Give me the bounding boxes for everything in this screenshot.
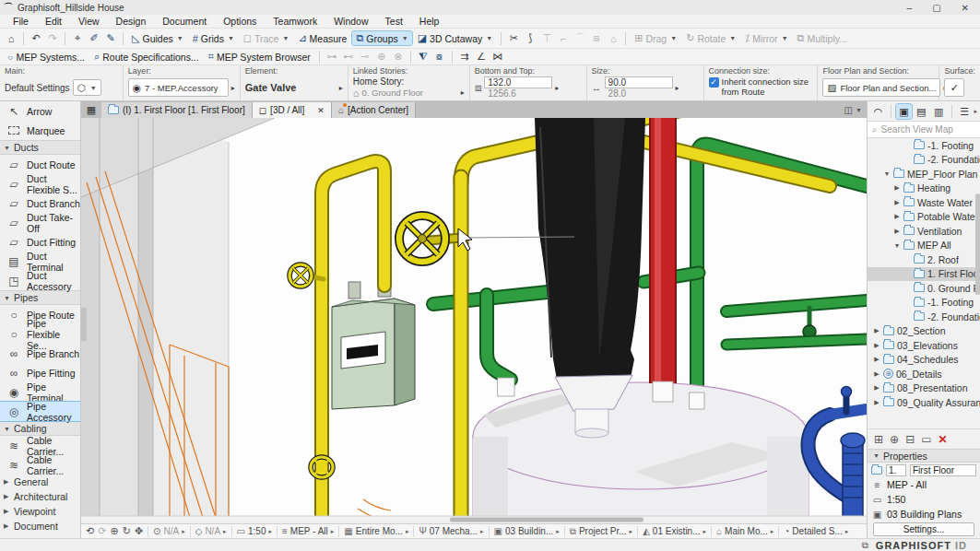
mep-takeoff-icon[interactable]: ⊕ xyxy=(374,51,389,63)
rotate-button[interactable]: ↻Rotate▼ xyxy=(682,31,739,45)
minimize-button[interactable]: – xyxy=(907,3,913,13)
walk-icon[interactable]: ✥ xyxy=(135,525,143,537)
view-map-item-09-quality-assurance[interactable]: ▶09_Quality Assurance xyxy=(868,395,975,410)
status-segment-01-existin[interactable]: ◭01 Existin...▸ xyxy=(637,526,711,537)
tab-close-icon[interactable]: ✕ xyxy=(317,106,325,115)
mirror-button[interactable]: ⁒Mirror▼ xyxy=(741,31,791,45)
zoom-forward-icon[interactable]: ⟳ xyxy=(98,525,106,537)
view-map-item-potable-water[interactable]: ▶Potable Water xyxy=(868,210,975,225)
mep-offset-icon[interactable]: ⋈ xyxy=(490,51,505,63)
chevron-right-icon[interactable]: ▶ xyxy=(873,399,880,406)
flyout-arrow-icon[interactable]: ▸ xyxy=(703,528,707,535)
status-segment-03-buildin[interactable]: ▣03 Buildin...▸ xyxy=(489,526,564,537)
chevron-right-icon[interactable]: ▶ xyxy=(873,384,880,392)
navigator-expand-icon[interactable]: ▸ xyxy=(974,108,978,115)
home-icon[interactable]: ⌂ xyxy=(4,33,18,44)
flyout-arrow-icon[interactable]: ▸ xyxy=(771,528,774,535)
toolbox-group-general[interactable]: ▶General xyxy=(0,475,80,489)
view-map-item-mep-all[interactable]: ▼MEP All xyxy=(868,239,975,253)
tool-duct-flexible-s[interactable]: ▱Duct Flexible S... xyxy=(0,174,80,193)
property-row-layers[interactable]: ≡ MEP - All xyxy=(868,477,980,492)
new-folder-icon[interactable]: ⊞ xyxy=(874,433,883,446)
view-map-item-2-roof[interactable]: 2. Roof xyxy=(868,252,975,267)
view-map-search[interactable]: ⌕ Search View Map xyxy=(868,122,980,138)
tool-arrow[interactable]: ↖Arrow xyxy=(0,101,80,121)
layer-flyout-arrow[interactable]: ▸ xyxy=(231,84,235,92)
mep-route-icon[interactable]: ⊗ xyxy=(391,51,406,63)
redo-icon[interactable]: ↷ xyxy=(45,32,60,44)
status-segment-n-a[interactable]: ◇N/A▸ xyxy=(190,526,231,537)
publisher-tab[interactable]: ▥ xyxy=(931,104,947,119)
flyout-arrow-icon[interactable]: ▸ xyxy=(556,528,560,535)
adjust-icon[interactable]: ⟆ xyxy=(523,32,537,44)
view-map-item-02-section[interactable]: ▶02_Section xyxy=(868,324,975,339)
surface-paint-icon[interactable]: ✓ xyxy=(944,78,964,97)
menu-item-view[interactable]: View xyxy=(71,16,107,27)
properties-header[interactable]: ▼ Properties xyxy=(868,449,980,463)
status-segment-n-a[interactable]: ⊙N/A▸ xyxy=(148,526,190,537)
tab-action-center[interactable]: ⌂ [Action Center] xyxy=(332,102,416,118)
grids-button[interactable]: #Grids▼ xyxy=(189,32,238,45)
view-map-item-08-presentation[interactable]: ▶08_Presentation xyxy=(868,381,975,396)
view-map-item-1-first-floor[interactable]: 1. First Floor xyxy=(868,267,975,282)
inherit-connection-checkbox[interactable]: ✓ xyxy=(709,77,719,88)
tool-duct-fitting[interactable]: ▱Duct Fitting xyxy=(0,232,80,252)
elevation-flyout-arrow[interactable]: ▸ xyxy=(555,84,559,92)
guides-button[interactable]: ◺Guides▼ xyxy=(128,31,187,45)
view-map-item-mep-floor-plan[interactable]: ▼MEP_Floor Plan xyxy=(868,167,975,182)
chevron-right-icon[interactable]: ▶ xyxy=(893,213,901,220)
trim-icon[interactable]: ⊤ xyxy=(539,32,554,44)
orbit-icon[interactable]: ↻ xyxy=(123,525,131,537)
view-map-item-2-foundation[interactable]: -2. Foundation xyxy=(868,153,975,168)
property-row-scale[interactable]: ▭ 1:50 xyxy=(868,492,980,507)
menu-item-window[interactable]: Window xyxy=(326,16,375,27)
mep-edit-icon[interactable]: ⧨ xyxy=(416,51,431,63)
3d-viewport[interactable] xyxy=(81,118,867,523)
menu-item-document[interactable]: Document xyxy=(155,16,214,27)
settings-button[interactable]: Settings... xyxy=(873,522,974,536)
status-segment-1-50[interactable]: ▭1:50▸ xyxy=(231,526,277,537)
stretch-icon[interactable]: ⌂ xyxy=(606,33,620,44)
mep-slope-icon[interactable]: ∠ xyxy=(474,51,489,63)
tool-duct-branch[interactable]: ▱Duct Branch xyxy=(0,193,80,213)
tool-duct-accessory[interactable]: ◳Duct Accessory xyxy=(0,271,80,290)
trace-button[interactable]: ◻Trace▼ xyxy=(240,31,293,45)
chevron-right-icon[interactable]: ▶ xyxy=(893,228,901,235)
chevron-right-icon[interactable]: ▶ xyxy=(873,356,880,363)
mep-system-browser-button[interactable]: ⌗MEP System Browser xyxy=(205,50,314,64)
left-splitter-handle[interactable] xyxy=(81,308,87,341)
save-current-view-icon[interactable]: ⊕ xyxy=(890,433,899,446)
tool-pipe-flexible-se[interactable]: ○Pipe Flexible Se... xyxy=(0,324,80,344)
flyout-arrow-icon[interactable]: ▸ xyxy=(182,528,185,535)
view-map-item-heating[interactable]: ▶Heating xyxy=(868,182,975,196)
intersect-icon[interactable]: ⌐ xyxy=(556,33,571,44)
menu-item-options[interactable]: Options xyxy=(216,16,264,27)
tool-marquee[interactable]: Marquee xyxy=(0,121,80,140)
view-map-item-waste-water[interactable]: ▶Waste Water xyxy=(868,195,975,210)
measure-button[interactable]: ⊿Measure xyxy=(294,31,350,45)
menu-item-file[interactable]: File xyxy=(6,16,36,27)
tool-pipe-terminal[interactable]: ◉Pipe Terminal xyxy=(0,382,80,402)
status-segment-mep-all[interactable]: ≡MEP - All▸ xyxy=(277,526,338,537)
tool-cable-carrier[interactable]: ≋Cable Carrier... xyxy=(0,436,80,455)
flyout-arrow-icon[interactable]: ▸ xyxy=(845,528,849,535)
menu-item-design[interactable]: Design xyxy=(109,16,154,27)
zoom-in-icon[interactable]: ⊕ xyxy=(110,525,118,537)
toolbox-group-document[interactable]: ▶Document xyxy=(0,519,80,533)
mep-modify-icon[interactable]: ⧇ xyxy=(432,51,447,63)
layout-book-tab[interactable]: ▤ xyxy=(914,104,929,119)
close-button[interactable]: ✕ xyxy=(962,3,969,13)
navigator-menu-icon[interactable]: ☰ xyxy=(957,104,973,119)
tree-scrollbar[interactable] xyxy=(975,193,980,295)
toolbox-group-ducts[interactable]: ▼Ducts xyxy=(0,140,80,155)
chevron-down-icon[interactable]: ▼ xyxy=(883,170,891,177)
graphisoft-id-icon[interactable]: ⧉ xyxy=(862,540,868,551)
size-flyout-arrow[interactable]: ▸ xyxy=(676,84,679,92)
drag-button[interactable]: ⊞Drag▼ xyxy=(631,31,680,45)
tool-pipe-accessory[interactable]: ◎Pipe Accessory xyxy=(0,402,80,421)
element-flyout-arrow[interactable]: ▸ xyxy=(339,84,343,92)
status-segment-entire-mo[interactable]: ▦Entire Mo...▸ xyxy=(338,526,413,537)
menu-item-help[interactable]: Help xyxy=(412,16,447,27)
floorplan-display-button[interactable]: ▨Floor Plan and Section... xyxy=(822,78,940,97)
mep-align-icon[interactable]: ⇉ xyxy=(457,51,472,63)
